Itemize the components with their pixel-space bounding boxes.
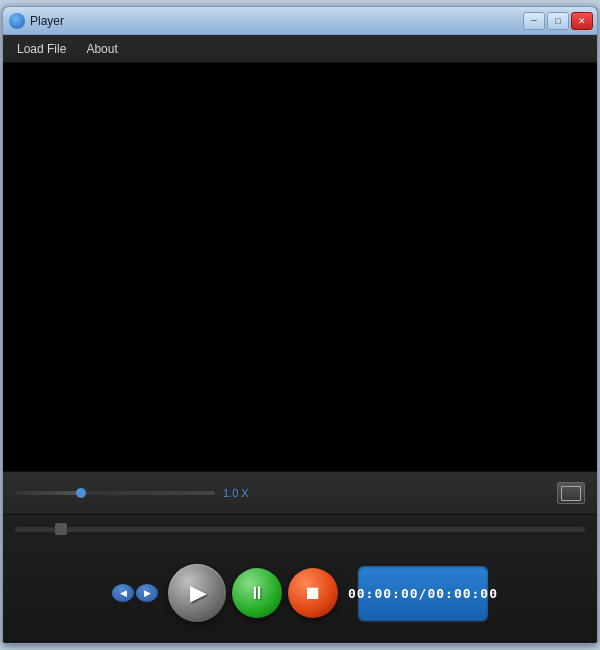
play-button[interactable] — [168, 564, 226, 622]
window-controls — [523, 12, 593, 30]
speed-slider-container: 1.0 X — [15, 487, 547, 499]
title-left: Player — [9, 13, 64, 29]
speed-slider-track[interactable] — [15, 491, 215, 495]
speed-slider-thumb[interactable] — [76, 488, 86, 498]
pause-button[interactable] — [232, 568, 282, 618]
minimize-button[interactable] — [523, 12, 545, 30]
app-icon — [9, 13, 25, 29]
screen-icon[interactable] — [557, 482, 585, 504]
menu-about[interactable]: About — [76, 38, 127, 60]
title-bar: Player — [3, 7, 597, 35]
close-button[interactable] — [571, 12, 593, 30]
stop-button[interactable] — [288, 568, 338, 618]
speed-slider-fill — [15, 491, 85, 495]
transport-bar: 00:00:00/00:00:00 — [3, 543, 597, 643]
speed-bar: 1.0 X — [3, 471, 597, 515]
skip-buttons — [112, 584, 158, 602]
menu-bar: Load File About — [3, 35, 597, 63]
menu-load-file[interactable]: Load File — [7, 38, 76, 60]
time-text: 00:00:00/00:00:00 — [348, 586, 498, 601]
skip-next-button[interactable] — [136, 584, 158, 602]
maximize-button[interactable] — [547, 12, 569, 30]
transport-left — [112, 584, 158, 602]
speed-label: 1.0 X — [223, 487, 249, 499]
window-title: Player — [30, 14, 64, 28]
main-buttons — [168, 564, 338, 622]
time-display: 00:00:00/00:00:00 — [358, 566, 488, 621]
video-area — [3, 63, 597, 471]
progress-thumb[interactable] — [55, 523, 67, 535]
progress-area — [3, 515, 597, 543]
main-window: Player Load File About 1.0 X — [2, 6, 598, 644]
progress-track[interactable] — [15, 527, 585, 532]
skip-prev-button[interactable] — [112, 584, 134, 602]
